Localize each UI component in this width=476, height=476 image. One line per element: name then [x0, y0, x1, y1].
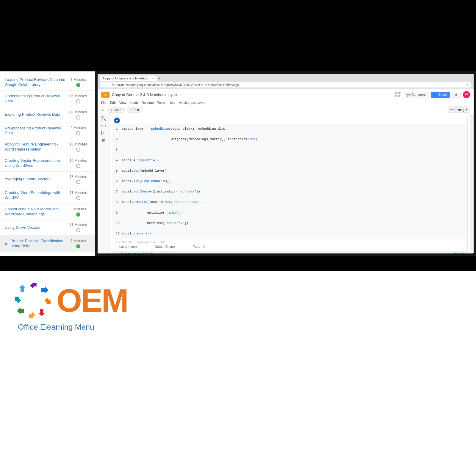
sidebar-label-classification: Product Reviews Classification Using RNN [10, 239, 66, 249]
notebook-header: CO Copy of Course 2 & 3 Notebook.ipynb ☆… [98, 89, 474, 100]
sidebar-item-exploring[interactable]: Exploring Product Reviews Data 13 Minute… [0, 107, 95, 123]
sidebar-item-vector[interactable]: Creating Vector Representations Using Wo… [0, 155, 95, 172]
sidebar-item-feature[interactable]: Applying Feature Engineering - Word Repr… [0, 139, 95, 155]
back-icon[interactable]: ← [102, 83, 106, 87]
completed-text: Us completed at 8:30 PM [120, 252, 153, 253]
active-arrow-icon: ▶ [5, 241, 8, 246]
sidebar-item-understanding[interactable]: Understanding Product Reviews Data 16 Mi… [0, 91, 95, 107]
tab-close-icon[interactable]: × [152, 77, 154, 80]
sidebar-item-loading[interactable]: Loading Product Reviews Data into Google… [0, 74, 95, 91]
sidebar-label-exploring: Exploring Product Reviews Data [5, 112, 60, 117]
bottom-black-bar [0, 256, 476, 271]
notebook-title: Copy of Course 2 & 3 Notebook.ipynb [112, 93, 177, 97]
output-area: L> Model: "sequential_15" Layer (type) O… [112, 239, 467, 251]
sidebar-duration-understanding: 16 Minutes [70, 94, 87, 98]
svg-marker-1 [41, 286, 48, 294]
logo-section: OEM Office Elearning Menu [0, 271, 476, 354]
search-gutter-icon[interactable]: 🔍 [101, 116, 106, 121]
editing-label: Editing [454, 108, 464, 112]
sidebar-duration-embeddings: 11 Minutes [70, 191, 87, 195]
status-dot-averaging [76, 180, 80, 184]
sidebar-label-glove: Using GloVe Vectors [5, 225, 40, 230]
svg-marker-2 [43, 297, 51, 307]
sidebar-item-preprocessing[interactable]: Pre-processing Product Reviews Data 8 Mi… [0, 123, 95, 139]
star-icon[interactable]: ☆ [179, 93, 182, 97]
sidebar-item-classification[interactable]: ▶ Product Reviews Classification Using R… [0, 236, 95, 252]
colab-area: Copy of Course 2 & 3 Noteboo... × + ← → … [95, 71, 476, 256]
output-bracket: L> [116, 240, 120, 244]
add-text-button[interactable]: + Text [127, 107, 142, 113]
sidebar-item-rnn[interactable]: Constructing a RNN Model with Word2vec E… [0, 204, 95, 220]
check-icon: ✓ [116, 252, 118, 253]
completed-bar: ✓ Us completed at 8:30 PM ● Show all [112, 251, 467, 253]
comment-button[interactable]: 💬 Comment [404, 92, 428, 98]
right-gutter-scroll[interactable] [470, 114, 474, 253]
nav-arrows: ← → ↻ [102, 83, 115, 87]
main-content: Loading Product Reviews Data into Google… [0, 71, 476, 256]
code-gutter-icon[interactable]: <> [101, 123, 106, 128]
settings-button[interactable]: ⚙ [452, 92, 461, 98]
svg-marker-5 [17, 307, 24, 314]
sidebar-duration-vector: 15 Minutes [70, 159, 87, 163]
sidebar-label-rnn: Constructing a RNN Model with Word2vec E… [5, 207, 66, 217]
svg-marker-6 [15, 294, 22, 304]
table-gutter-icon[interactable]: ▦ [101, 137, 105, 142]
status-dot-embeddings [76, 196, 80, 200]
code-block: 1 embedd_layer = Embedding(vocab_size+1,… [112, 124, 467, 239]
sidebar-label-embeddings: Creating Word Embeddings with Word2Vec [5, 190, 66, 201]
menu-view[interactable]: View [119, 101, 126, 104]
new-tab-icon[interactable]: + [158, 76, 160, 81]
status-dot-loading [76, 83, 80, 87]
sidebar-duration-preprocessing: 8 Minutes [71, 126, 86, 130]
table-header: Layer (type) Output Shape Param # [116, 244, 464, 249]
reload-icon[interactable]: ↻ [112, 83, 115, 87]
close-notification-icon[interactable]: ● [449, 252, 451, 253]
browser-nav: ← → ↻ colab.research.google.com/drive/14… [100, 82, 471, 87]
menu-bar: File Edit View Insert Runtime Tools Help… [98, 100, 474, 105]
add-code-button[interactable]: + Code [107, 107, 125, 113]
status-dot-vector [76, 164, 80, 168]
tab-label: Copy of Course 2 & 3 Noteboo... [103, 76, 150, 80]
sidebar-duration-classification: 7 Minutes [71, 239, 86, 243]
status-dot-feature [76, 148, 80, 152]
browser-tab-colab[interactable]: Copy of Course 2 & 3 Noteboo... × [100, 76, 157, 81]
pencil-icon: ✏ [450, 108, 453, 112]
svg-marker-7 [19, 285, 26, 292]
url-bar[interactable]: colab.research.google.com/drive/14rdqlwA… [117, 83, 464, 87]
col-param: Param # [193, 245, 205, 248]
menu-runtime[interactable]: Runtime [142, 101, 154, 104]
svg-marker-4 [26, 311, 37, 318]
sidebar-label-understanding: Understanding Product Reviews Data [5, 94, 66, 104]
run-button[interactable]: ▶ [114, 118, 120, 123]
code-cell: ▶ 1 embedd_layer = Embedding(vocab_size+… [112, 117, 468, 253]
col-layer: Layer (type) [119, 245, 137, 248]
editing-button[interactable]: ✏ Editing ▾ [448, 107, 470, 113]
sidebar-item-glove[interactable]: Using GloVe Vectors 11 Minutes [0, 220, 95, 236]
oem-subtitle: Office Elearning Menu [15, 322, 94, 332]
sidebar-duration-loading: 7 Minutes [71, 78, 86, 82]
browser-tabs: Copy of Course 2 & 3 Noteboo... × + [100, 76, 471, 81]
oem-brand-text: OEM [57, 284, 128, 317]
menu-edit[interactable]: Edit [110, 101, 116, 104]
avatar: W [463, 91, 470, 98]
output-text: Model: "sequential_15" [122, 240, 165, 244]
menu-help[interactable]: Help [169, 101, 176, 104]
menu-insert[interactable]: Insert [130, 101, 138, 104]
share-button[interactable]: 👥 Share [431, 92, 450, 98]
bookmark-icon[interactable]: ☆ [466, 83, 469, 87]
sidebar-label-preprocessing: Pre-processing Product Reviews Data [5, 126, 66, 136]
sidebar-item-embeddings[interactable]: Creating Word Embeddings with Word2Vec 1… [0, 187, 95, 204]
left-gutter: 🔍 <> [x] ▦ [98, 114, 109, 253]
sidebar-duration-exploring: 13 Minutes [70, 110, 87, 114]
forward-icon[interactable]: → [107, 83, 111, 87]
menu-file[interactable]: File [101, 101, 107, 104]
toolbar-bar: ✓ + Code + Text ✏ Editing ▾ [98, 105, 474, 114]
saved-indicator: All changes saved [179, 101, 205, 104]
bracket-gutter-icon[interactable]: [x] [101, 130, 106, 135]
sidebar-item-averaging[interactable]: Averaging Feature Vectors 13 Minutes [0, 172, 95, 187]
oem-arrows-logo [15, 283, 51, 318]
menu-tools[interactable]: Tools [157, 101, 165, 104]
show-all-link[interactable]: Show all [452, 252, 464, 253]
sidebar-duration-averaging: 13 Minutes [70, 175, 87, 179]
notebook-title-area: CO Copy of Course 2 & 3 Notebook.ipynb ☆ [101, 92, 182, 98]
